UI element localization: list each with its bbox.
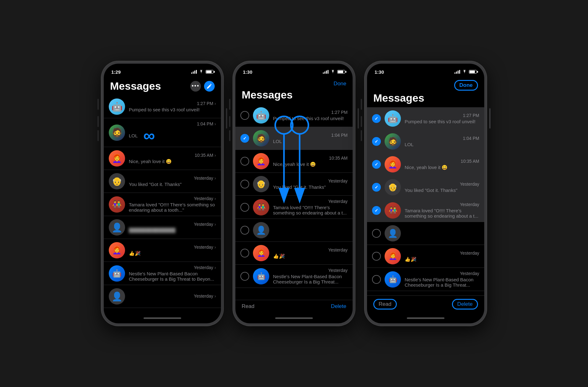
msg-content-3-4: Yesterday Tamara loved "O!!!! There's so…: [405, 202, 479, 219]
message-item-2-4[interactable]: 👫 Yesterday Tamara loved "O!!!! There's …: [235, 196, 353, 219]
message-item-2-5[interactable]: 👤: [235, 219, 353, 242]
check-2-3[interactable]: [240, 180, 249, 188]
preview-2-7: Nestle's New Plant-Based Bacon Cheesebur…: [273, 274, 348, 284]
message-item-1-2[interactable]: 👩‍🦰 10:35 AM › Nice, yeah love it 😄: [104, 147, 221, 170]
preview-3-1: LOL: [405, 142, 479, 147]
msg-content-2-0: 1:27 PM Pumped to see this v3 roof unvei…: [273, 110, 348, 121]
time-3-6: Yesterday: [460, 251, 479, 256]
preview-1-6: 👍🎉: [129, 251, 216, 256]
message-item-3-5[interactable]: 👤: [367, 222, 484, 245]
avatar-2-0: 🤖: [253, 107, 269, 124]
msg-content-2-4: Yesterday Tamara loved "O!!!! There's so…: [273, 199, 348, 215]
signal-bar-2-3: [326, 71, 327, 74]
msg-content-3-1: 1:04 PM LOL: [405, 136, 479, 147]
signal-bar-3-1: [454, 72, 455, 74]
message-item-2-3[interactable]: 👴 Yesterday You liked "Got it. Thanks": [235, 173, 353, 196]
check-3-2[interactable]: [372, 160, 381, 169]
check-2-2[interactable]: [240, 157, 249, 166]
check-3-1[interactable]: [372, 137, 381, 146]
avatar-3-6: 👩‍🦰: [385, 248, 401, 264]
message-item-2-0[interactable]: 🤖 1:27 PM Pumped to see this v3 roof unv…: [235, 104, 353, 127]
msg-content-2-1: 1:04 PM LOL: [273, 133, 348, 144]
time-3-7: Yesterday: [460, 271, 479, 276]
msg-content-1-8: Yesterday ›: [129, 294, 216, 300]
message-item-1-8[interactable]: 👤 Yesterday ›: [104, 285, 221, 308]
message-item-3-7[interactable]: 🤖 Yesterday Nestle's New Plant-Based Bac…: [367, 268, 484, 291]
message-item-3-2[interactable]: 👩‍🦰 10:35 AM Nice, yeah love it 😄: [367, 153, 484, 176]
message-item-1-0[interactable]: 🤖 1:27 PM › Pumped to see this v3 roof u…: [104, 95, 221, 118]
check-2-1[interactable]: [240, 134, 249, 143]
message-item-3-1[interactable]: 🧔 1:04 PM LOL: [367, 130, 484, 153]
messages-title-1: Messages: [110, 80, 161, 92]
time-2-1: 1:04 PM: [331, 133, 348, 138]
message-item-2-1[interactable]: 🧔 1:04 PM LOL: [235, 127, 353, 150]
msg-content-1-2: 10:35 AM › Nice, yeah love it 😄: [129, 153, 216, 164]
messages-header-3: Done Messages: [367, 77, 484, 107]
phone-1: 1:29: [101, 61, 223, 326]
message-item-1-1[interactable]: 🧔 1:04 PM › LOL ∞: [104, 118, 221, 147]
read-button-3[interactable]: Read: [373, 299, 397, 310]
message-item-3-6[interactable]: 👩‍🦰 Yesterday 👍🎉: [367, 245, 484, 268]
message-item-1-6[interactable]: 👩‍🦰 Yesterday › 👍🎉: [104, 239, 221, 262]
avatar-3-5: 👤: [385, 225, 401, 241]
check-3-3[interactable]: [372, 183, 381, 192]
check-2-5[interactable]: [240, 226, 249, 235]
avatar-1-7: 🤖: [109, 265, 125, 282]
message-item-1-3[interactable]: 👴 Yesterday › You liked "Got it. Thanks": [104, 170, 221, 193]
message-item-2-6[interactable]: 👩‍🦰 Yesterday 👍🎉: [235, 242, 353, 265]
check-3-6[interactable]: [372, 252, 381, 261]
header-actions-1: •••: [190, 81, 215, 92]
check-3-4[interactable]: [372, 206, 381, 215]
check-3-0[interactable]: [372, 114, 381, 123]
time-3-4: Yesterday: [460, 202, 479, 207]
battery-icon-1: [206, 70, 213, 74]
preview-2-1: LOL: [273, 139, 348, 144]
message-item-2-7[interactable]: 🤖 Yesterday Nestle's New Plant-Based Bac…: [235, 265, 353, 288]
check-3-7[interactable]: [372, 275, 381, 284]
status-icons-1: [191, 70, 213, 74]
messages-header-1: Messages •••: [104, 77, 221, 95]
phone-frame-1: 1:29: [101, 61, 223, 326]
signal-bar-3-2: [456, 72, 457, 74]
msg-content-1-0: 1:27 PM › Pumped to see this v3 roof unv…: [129, 101, 216, 112]
chevron-1-5: ›: [214, 222, 216, 227]
more-button-1[interactable]: •••: [190, 81, 201, 92]
done-button-2[interactable]: Done: [333, 81, 346, 87]
message-item-3-3[interactable]: 👴 Yesterday You liked "Got it. Thanks": [367, 176, 484, 199]
signal-bar-4: [196, 70, 197, 74]
compose-button-1[interactable]: [204, 81, 215, 92]
message-item-3-4[interactable]: 👫 Yesterday Tamara loved "O!!!! There's …: [367, 199, 484, 222]
message-item-2-2[interactable]: 👩‍🦰 10:35 AM Nice, yeah love it 😄: [235, 150, 353, 173]
chevron-1-3: ›: [214, 176, 216, 181]
message-item-1-4[interactable]: 👫 Yesterday › Tamara loved "O!!!! There'…: [104, 193, 221, 216]
signal-bars-1: [191, 70, 197, 74]
time-2-6: Yesterday: [328, 247, 348, 252]
delete-button-2[interactable]: Delete: [331, 303, 346, 310]
check-2-6[interactable]: [240, 249, 249, 257]
read-button-2[interactable]: Read: [242, 303, 255, 310]
time-1-1: 1:04 PM: [197, 121, 213, 126]
time-3-3: Yesterday: [460, 182, 479, 187]
delete-button-3[interactable]: Delete: [452, 299, 478, 310]
check-3-5[interactable]: [372, 229, 381, 238]
preview-3-2: Nice, yeah love it 😄: [405, 165, 479, 170]
time-1-4: Yesterday: [194, 196, 213, 201]
avatar-2-7: 🤖: [253, 268, 269, 284]
time-3-2: 10:35 AM: [461, 159, 479, 164]
chevron-1-6: ›: [214, 245, 216, 250]
avatar-1-3: 👴: [109, 173, 125, 189]
msg-content-2-7: Yesterday Nestle's New Plant-Based Bacon…: [273, 268, 348, 284]
done-button-3[interactable]: Done: [454, 80, 478, 91]
check-2-7[interactable]: [240, 272, 249, 281]
notch-2: [270, 64, 318, 73]
preview-2-0: Pumped to see this v3 roof unveil!: [273, 116, 348, 121]
message-item-3-0[interactable]: 🤖 1:27 PM Pumped to see this v3 roof unv…: [367, 107, 484, 130]
signal-bar-2-4: [328, 70, 328, 74]
message-item-1-5[interactable]: 👤 Yesterday › ██████████████: [104, 216, 221, 239]
check-2-4[interactable]: [240, 203, 249, 212]
msg-content-1-3: Yesterday › You liked "Got it. Thanks": [129, 176, 216, 187]
msg-content-2-2: 10:35 AM Nice, yeah love it 😄: [273, 156, 348, 167]
message-item-1-7[interactable]: 🤖 Yesterday › Nestle's New Plant-Based B…: [104, 262, 221, 285]
check-2-0[interactable]: [240, 111, 249, 120]
time-2-7: Yesterday: [328, 268, 348, 273]
